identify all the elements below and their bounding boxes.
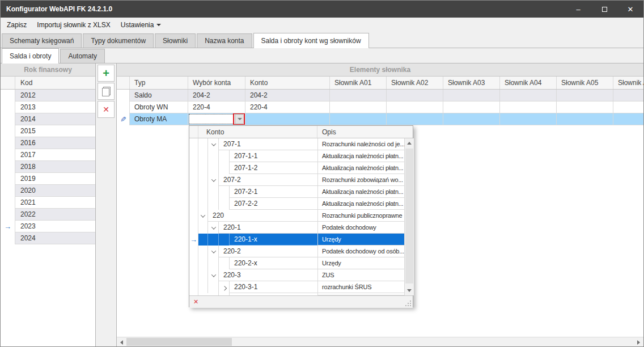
year-cell[interactable]: 2015 (15, 125, 95, 137)
opis-cell[interactable]: rozrachunki ŚRUS (317, 281, 404, 293)
cell-slownik-a02[interactable] (387, 113, 443, 125)
konto-cell[interactable]: 207-2-2 (229, 198, 317, 210)
opis-cell[interactable]: Rozrachunki należności od je... (317, 138, 404, 150)
konto-cell[interactable]: 220-1 (218, 222, 317, 234)
cell-slownik-a04[interactable] (500, 113, 557, 125)
cell-slownik-a04[interactable] (500, 101, 557, 113)
cell-konto[interactable] (245, 113, 330, 125)
dropdown-row-207-1-2[interactable]: 207-1-2Aktualizacja należności płatn... (189, 162, 404, 174)
year-row[interactable]: 2019 (1, 173, 95, 185)
year-row[interactable]: 2021 (1, 197, 95, 209)
cell-typ[interactable]: Saldo (130, 90, 188, 101)
opis-cell[interactable]: Rozrachunki zobowiązań wo... (317, 174, 404, 186)
year-row[interactable]: →2023 (1, 221, 95, 232)
cell-typ[interactable]: Obroty MA (130, 113, 188, 125)
collapse-chevron-icon[interactable] (209, 174, 218, 186)
collapse-chevron-icon[interactable] (198, 210, 207, 222)
cell-konto[interactable]: 220-4 (245, 101, 330, 113)
add-button[interactable]: + (98, 65, 115, 82)
dropdown-vertical-scrollbar[interactable] (404, 138, 414, 295)
dropdown-row-207-2-1[interactable]: 207-2-1Aktualizacja należności płatn... (189, 186, 404, 198)
year-row[interactable]: 2017 (1, 149, 95, 161)
year-row[interactable]: 2016 (1, 137, 95, 149)
cell-wybor-konta[interactable]: 204-2 (188, 90, 245, 101)
year-row[interactable]: 2014 (1, 113, 95, 125)
dropdown-row-207-1[interactable]: 207-1Rozrachunki należności od je... (189, 138, 404, 150)
konto-cell[interactable]: 220-3-1 (229, 281, 317, 293)
cell-typ[interactable]: Obroty WN (130, 101, 188, 113)
konto-cell[interactable]: 220-2 (218, 246, 317, 257)
opis-cell[interactable]: Urzędy (317, 257, 404, 269)
konto-cell[interactable]: 220-2-x (229, 257, 317, 269)
opis-cell[interactable]: Aktualizacja należności płatn... (317, 186, 404, 198)
close-button[interactable]: ✕ (617, 1, 643, 18)
cell-wybor-konta[interactable] (188, 113, 245, 125)
subtab-salda-i-obroty[interactable]: Salda i obroty (2, 48, 59, 64)
grid-row-saldo[interactable]: Saldo204-2204-2 (117, 90, 643, 101)
konto-cell[interactable]: 207-2-1 (229, 186, 317, 198)
dropdown-row-220-2[interactable]: 220-2Podatek dochodowy od osób... (189, 246, 404, 257)
cell-slownik-a03[interactable] (443, 101, 500, 113)
konto-cell[interactable]: 207-1 (218, 138, 317, 150)
dropdown-column-header-opis[interactable]: Opis (317, 126, 404, 138)
tab-salda-i-obroty-kont-wg-slownikow[interactable]: Salda i obroty kont wg słowników (253, 33, 369, 48)
dropdown-row-220-1[interactable]: 220-1Podatek dochodowy (189, 222, 404, 234)
subtab-automaty[interactable]: Automaty (60, 49, 105, 63)
konto-cell[interactable]: 207-2 (218, 174, 317, 186)
dropdown-row-220[interactable]: 220Rozrachunki publicznoprawne (189, 210, 404, 222)
year-cell[interactable]: 2016 (15, 137, 95, 149)
year-row[interactable]: 2018 (1, 161, 95, 173)
tab-typy-dokumentow[interactable]: Typy dokumentów (83, 33, 154, 48)
year-row[interactable]: 2022 (1, 209, 95, 221)
column-header-slownik-a05[interactable]: Słownik A05 (557, 77, 613, 89)
year-cell[interactable]: 2024 (15, 232, 95, 244)
column-header-slownik-a02[interactable]: Słownik A02 (387, 77, 443, 89)
column-header-slownik-a04[interactable]: Słownik A04 (500, 77, 557, 89)
year-cell[interactable]: 2014 (15, 113, 95, 125)
dropdown-column-header-konto[interactable]: Konto (198, 126, 317, 138)
opis-cell[interactable]: Aktualizacja należności płatn... (317, 150, 404, 162)
grid-row-obroty-wn[interactable]: Obroty WN220-4220-4 (117, 101, 643, 113)
cell-slownik-a01[interactable] (330, 113, 387, 125)
year-cell[interactable]: 2012 (15, 90, 95, 101)
opis-cell[interactable]: Urzędy (317, 234, 404, 246)
minimize-button[interactable]: – (565, 1, 591, 18)
konto-cell[interactable]: 220-1-x (229, 234, 317, 246)
year-cell[interactable]: 2023 (15, 221, 95, 232)
dropdown-row-220-3-1[interactable]: 220-3-1rozrachunki ŚRUS (189, 281, 404, 293)
year-cell[interactable]: 2021 (15, 197, 95, 209)
year-row[interactable]: 2012 (1, 90, 95, 101)
scrollbar-thumb[interactable] (405, 149, 413, 283)
cell-slownik-a02[interactable] (387, 101, 443, 113)
year-row[interactable]: 2024 (1, 232, 95, 244)
opis-cell[interactable]: ZUS (317, 269, 404, 281)
tab-slowniki[interactable]: Słowniki (155, 33, 196, 48)
konto-cell[interactable]: 207-1-1 (229, 150, 317, 162)
cell-slownik-a02[interactable] (387, 90, 443, 101)
cell-slownik-a03[interactable] (443, 113, 500, 125)
konto-cell[interactable]: 220 (207, 210, 317, 222)
expand-chevron-icon[interactable] (220, 281, 229, 293)
column-header-konto[interactable]: Konto (245, 77, 330, 89)
collapse-chevron-icon[interactable] (209, 269, 218, 281)
cell-slownik-a01[interactable] (330, 90, 387, 101)
cell-slownik-a06[interactable] (613, 101, 643, 113)
dropdown-row-207-2[interactable]: 207-2Rozrachunki zobowiązań wo... (189, 174, 404, 186)
collapse-chevron-icon[interactable] (209, 138, 218, 150)
year-cell[interactable]: 2013 (15, 101, 95, 113)
opis-cell[interactable]: Aktualizacja należności płatn... (317, 162, 404, 174)
horizontal-scrollbar-thumb[interactable] (126, 338, 232, 346)
dropdown-row-220-1-x[interactable]: →220-1-xUrzędy (189, 234, 404, 246)
combo-dropdown-button[interactable] (235, 115, 244, 124)
opis-cell[interactable]: Podatek dochodowy od osób... (317, 246, 404, 257)
year-cell[interactable]: 2018 (15, 161, 95, 173)
year-cell[interactable]: 2017 (15, 149, 95, 161)
maximize-button[interactable] (591, 1, 617, 18)
clear-value-button[interactable]: ✕ (193, 298, 198, 306)
cell-slownik-a05[interactable] (557, 101, 613, 113)
year-row[interactable]: 2015 (1, 125, 95, 137)
column-header-slownik-a03[interactable]: Słownik A03 (443, 77, 500, 89)
column-header-slownik-a01[interactable]: Słownik A01 (330, 77, 387, 89)
dropdown-row-220-2-x[interactable]: 220-2-xUrzędy (189, 257, 404, 269)
dropdown-row-207-2-2[interactable]: 207-2-2Aktualizacja należności płatn... (189, 198, 404, 210)
